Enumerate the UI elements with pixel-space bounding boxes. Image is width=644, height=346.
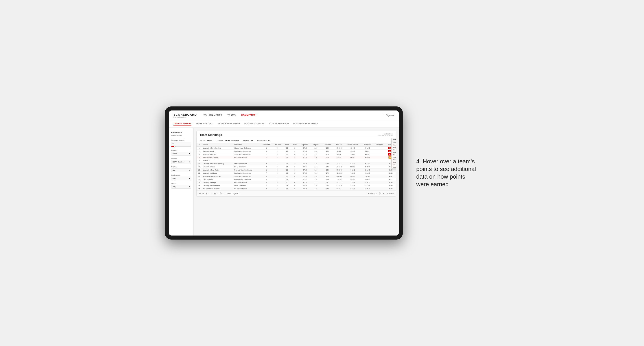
col-low-sg: Low SG <box>334 143 344 147</box>
table-header-row: # School Conference Conf Rank No Tour Rn… <box>196 143 396 147</box>
filter-gender-value: Men's <box>207 139 212 141</box>
tooltip-header: Arizona State University <box>392 138 396 141</box>
standings-table: # School Conference Conf Rank No Tour Rn… <box>196 143 396 190</box>
subnav-team-summary[interactable]: TEAM SUMMARY <box>174 122 192 126</box>
sidebar-label-conference: Conference <box>171 174 191 176</box>
col-conference: Conference <box>233 143 260 147</box>
table-wrapper: # School Conference Conf Rank No Tour Rn… <box>196 143 396 190</box>
chevron-down-icon: ▾ <box>376 192 376 194</box>
annotation-text: 4. Hover over a team's points to see add… <box>416 158 479 188</box>
tooltip-row: Univers. 2023 Sahalee Players Championsh… <box>392 166 396 169</box>
table-row: 25 University of North Florida ASUN Conf… <box>196 184 396 187</box>
sidebar-minimum-rounds: Minimum Rounds 0 <box>171 139 191 147</box>
tooltip-row: Univers. Southern Highlands Collegiate N… <box>392 146 396 149</box>
sidebar-label-min-rounds: Minimum Rounds <box>171 139 191 141</box>
subnav-team-h2h-heatmap[interactable]: TEAM H2H HEATMAP <box>218 123 240 125</box>
sign-out[interactable]: Sign out <box>383 114 394 117</box>
sidebar-conference-dropdown[interactable]: (All) ▾ <box>171 176 191 180</box>
portal-panel: Team Standings Update time: 13/03/2024 1… <box>196 131 396 196</box>
sidebar-conference: Conference (All) ▾ <box>171 174 191 180</box>
sidebar-gender-dropdown[interactable]: Men's ▾ <box>171 152 191 156</box>
filters-row: Gender: Men's Division: NCAA Division I … <box>196 138 396 143</box>
sidebar-school-dropdown[interactable]: (All) ▾ <box>171 185 191 189</box>
sidebar-division: Division NCAA Division I ▾ <box>171 158 191 164</box>
main-content: Committee Portal Review Minimum Rounds 0 <box>169 128 399 235</box>
col-avg-sg: Avg SG <box>311 143 321 147</box>
nav-tournaments[interactable]: TOURNAMENTS <box>204 114 222 117</box>
subnav-player-summary[interactable]: PLAYER SUMMARY <box>244 123 264 125</box>
filter-conference-value: All <box>268 139 270 141</box>
comment-button[interactable]: 💬 <box>379 192 381 194</box>
sidebar-slider[interactable] <box>171 146 191 147</box>
sidebar-school: School (All) ▾ <box>171 183 191 189</box>
tooltip-row: Univers. National Invitational Tournamen… <box>392 151 396 154</box>
toolbar-right: 👁 Watch ▾ 💬 ⊞ ↗ Share <box>368 192 394 194</box>
col-rnds: Rnds <box>283 143 291 147</box>
sidebar-min-rounds-value: 0 <box>171 142 191 146</box>
tablet-screen: SCOREBOARD Powered by clippd TOURNAMENTS… <box>169 111 399 235</box>
view-original-button[interactable]: View: Original <box>226 192 239 195</box>
tooltip-row: Univers. Williams Cup NCAA Division I St… <box>392 159 396 161</box>
toolbar-divider-2 <box>218 192 218 195</box>
table-row: 22 Mississippi State University Southeas… <box>196 175 396 178</box>
filter-region-label: Region: <box>243 139 249 141</box>
tooltip-row: East Ter OFCC Fighting Illini Invitation… <box>392 164 396 166</box>
toolbar-divider <box>209 192 209 195</box>
chevron-down-icon: ▾ <box>189 169 190 171</box>
tooltip-row: Georgia Ben Hogan Collegiate Invitationa… <box>392 161 396 164</box>
logo-sub: Powered by clippd <box>174 116 197 118</box>
table-row-arizona-state: 4 Arizona State University Pac-12 Confer… <box>196 156 396 159</box>
chevron-down-icon: ▾ <box>189 177 190 179</box>
filter-region-value: All <box>250 139 253 141</box>
sidebar-region: Region N/A ▾ <box>171 166 191 172</box>
main-nav: TOURNAMENTS TEAMS COMMITTEE <box>204 114 383 117</box>
col-vs-top25: Vs Top 25 <box>361 143 374 147</box>
col-adj-score: Adj Score <box>299 143 311 147</box>
col-low-score: Low Score <box>321 143 334 147</box>
sidebar-gender: Gender Men's ▾ <box>171 150 191 156</box>
share-icon: ↗ <box>387 192 388 194</box>
panel-title: Team Standings <box>200 133 222 137</box>
skip-icon[interactable]: ⟩ <box>206 192 207 195</box>
filter-division-label: Division: <box>217 139 224 141</box>
share-button[interactable]: ↗ Share <box>387 192 394 194</box>
content-area: Team Standings Update time: 13/03/2024 1… <box>194 128 399 235</box>
table-row: 18 University of California, Berkeley Pa… <box>196 162 396 165</box>
nav-committee[interactable]: COMMITTEE <box>241 114 256 117</box>
subnav-player-h2h-heatmap[interactable]: PLAYER H2H HEATMAP <box>293 123 318 125</box>
sidebar-division-dropdown[interactable]: NCAA Division I ▾ <box>171 160 191 164</box>
clock-icon[interactable]: ⏱ <box>220 192 222 195</box>
sub-nav: TEAM SUMMARY TEAM H2H GRID TEAM H2H HEAT… <box>169 120 399 128</box>
toolbar-divider-3 <box>224 192 224 195</box>
watch-button[interactable]: 👁 Watch ▾ <box>368 192 376 194</box>
col-wins: Wins <box>291 143 299 147</box>
sidebar: Committee Portal Review Minimum Rounds 0 <box>169 128 194 235</box>
subnav-player-h2h-grid[interactable]: PLAYER H2H GRID <box>269 123 289 125</box>
paste-icon[interactable]: ⊞ <box>214 192 216 195</box>
filter-conference-label: Conference: <box>258 139 267 141</box>
copy-icon[interactable]: ⧉ <box>211 192 212 195</box>
undo-icon[interactable]: ↩ <box>199 192 200 195</box>
tooltip-row: Univers. Cabo Collegiate NCAA Division I… <box>392 144 396 146</box>
table-row: 26 The Ohio State University Big Ten Con… <box>196 187 396 190</box>
subnav-team-h2h-grid[interactable]: TEAM H2H GRID <box>196 123 213 125</box>
table-row: 5 Texas T... <box>196 159 396 162</box>
panel-toolbar: ↩ ↪ ⟩ ⧉ ⊞ ⏱ View: Original <box>196 190 396 196</box>
tooltip-row: Florida I The Cypress Point Classic NCAA… <box>392 156 396 159</box>
eye-icon: 👁 <box>368 192 370 194</box>
sidebar-slider-dot <box>174 146 176 148</box>
sidebar-label-division: Division <box>171 158 191 159</box>
redo-icon[interactable]: ↪ <box>202 192 204 195</box>
filter-region: Region: All <box>243 139 253 141</box>
chevron-down-icon: ▾ <box>189 161 190 163</box>
chevron-down-icon: ▾ <box>189 153 190 155</box>
sidebar-label-gender: Gender <box>171 150 191 151</box>
nav-teams[interactable]: TEAMS <box>227 114 236 117</box>
table-row: 20 University of New Mexico Mountain Wes… <box>196 169 396 172</box>
sidebar-region-dropdown[interactable]: N/A ▾ <box>171 168 191 172</box>
tooltip-row: Univers. Amer Ari Intercollegiate NCAA D… <box>392 149 396 151</box>
table-row: 21 University of Alabama Southeastern Co… <box>196 172 396 175</box>
grid-button[interactable]: ⊞ <box>383 192 384 194</box>
sidebar-title: Committee <box>171 132 191 134</box>
col-rank: # <box>196 143 202 147</box>
